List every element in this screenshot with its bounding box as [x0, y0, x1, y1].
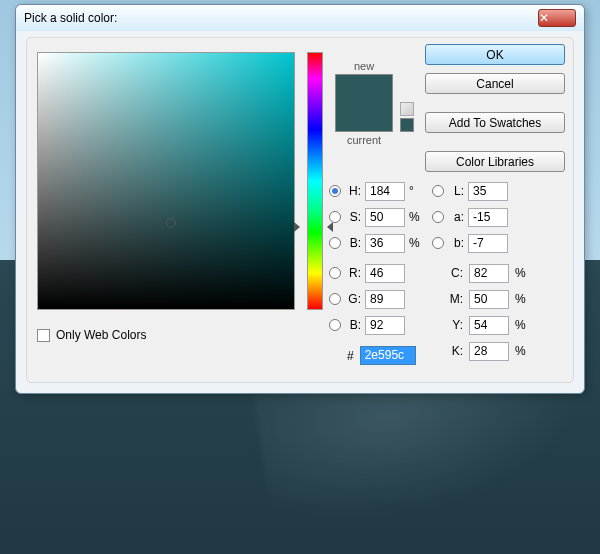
label-C: C: — [447, 266, 463, 280]
hex-input[interactable]: 2e595c — [360, 346, 416, 365]
dialog-body: new current OK Cancel Add To Swatches Co… — [26, 37, 574, 383]
radio-a[interactable] — [432, 211, 444, 223]
hex-label: # — [347, 349, 354, 363]
new-color-label: new — [335, 60, 393, 72]
swatch-preview: new current — [335, 60, 393, 146]
radio-lb[interactable] — [432, 237, 444, 249]
hex-row: # 2e595c — [347, 346, 416, 365]
label-g: G: — [345, 292, 361, 306]
input-C[interactable]: 82 — [469, 264, 509, 283]
input-r[interactable]: 46 — [365, 264, 405, 283]
label-Y: Y: — [447, 318, 463, 332]
input-lb[interactable]: -7 — [468, 234, 508, 253]
only-web-colors-checkbox[interactable] — [37, 329, 50, 342]
hsb-group: H:184° S:50% B:36% — [329, 178, 423, 256]
cmyk-group: C:82% M:50% Y:54% K:28% — [447, 260, 529, 364]
rgb-group: R:46 G:89 B:92 — [329, 260, 423, 338]
radio-r[interactable] — [329, 267, 341, 279]
label-M: M: — [447, 292, 463, 306]
unit-C: % — [515, 266, 529, 280]
radio-s[interactable] — [329, 211, 341, 223]
input-L[interactable]: 35 — [468, 182, 508, 201]
color-swatch[interactable] — [335, 74, 393, 132]
color-picker-dialog: Pick a solid color: ✕ new current OK Can… — [15, 4, 585, 394]
unit-M: % — [515, 292, 529, 306]
label-a: a: — [448, 210, 464, 224]
close-button[interactable]: ✕ — [538, 9, 576, 27]
input-bb[interactable]: 92 — [365, 316, 405, 335]
gamut-swatch[interactable] — [400, 118, 414, 132]
radio-b[interactable] — [329, 237, 341, 249]
radio-g[interactable] — [329, 293, 341, 305]
label-K: K: — [447, 344, 463, 358]
label-b: B: — [345, 236, 361, 250]
only-web-colors-row: Only Web Colors — [37, 328, 146, 342]
hue-slider[interactable] — [307, 52, 323, 310]
ok-button[interactable]: OK — [425, 44, 565, 65]
label-r: R: — [345, 266, 361, 280]
unit-h: ° — [409, 184, 423, 198]
label-bb: B: — [345, 318, 361, 332]
radio-h[interactable] — [329, 185, 341, 197]
color-field[interactable] — [37, 52, 295, 310]
input-b[interactable]: 36 — [365, 234, 405, 253]
input-s[interactable]: 50 — [365, 208, 405, 227]
label-L: L: — [448, 184, 464, 198]
unit-b: % — [409, 236, 423, 250]
unit-s: % — [409, 210, 423, 224]
input-K[interactable]: 28 — [469, 342, 509, 361]
only-web-colors-label: Only Web Colors — [56, 328, 146, 342]
cube-icon[interactable] — [400, 102, 414, 116]
input-a[interactable]: -15 — [468, 208, 508, 227]
close-icon: ✕ — [539, 11, 575, 25]
unit-Y: % — [515, 318, 529, 332]
cancel-button[interactable]: Cancel — [425, 73, 565, 94]
radio-bb[interactable] — [329, 319, 341, 331]
current-color-swatch[interactable] — [336, 103, 392, 131]
window-title: Pick a solid color: — [24, 11, 538, 25]
hue-slider-arrow-left-icon[interactable] — [294, 222, 300, 232]
label-s: S: — [345, 210, 361, 224]
titlebar[interactable]: Pick a solid color: ✕ — [16, 5, 584, 31]
unit-K: % — [515, 344, 529, 358]
add-to-swatches-button[interactable]: Add To Swatches — [425, 112, 565, 133]
color-libraries-button[interactable]: Color Libraries — [425, 151, 565, 172]
field-cursor[interactable] — [166, 218, 176, 228]
input-h[interactable]: 184 — [365, 182, 405, 201]
label-lb: b: — [448, 236, 464, 250]
input-Y[interactable]: 54 — [469, 316, 509, 335]
input-g[interactable]: 89 — [365, 290, 405, 309]
label-h: H: — [345, 184, 361, 198]
lab-group: L:35 a:-15 b:-7 — [432, 178, 508, 256]
radio-L[interactable] — [432, 185, 444, 197]
input-M[interactable]: 50 — [469, 290, 509, 309]
new-color-swatch[interactable] — [336, 75, 392, 103]
current-color-label: current — [335, 134, 393, 146]
